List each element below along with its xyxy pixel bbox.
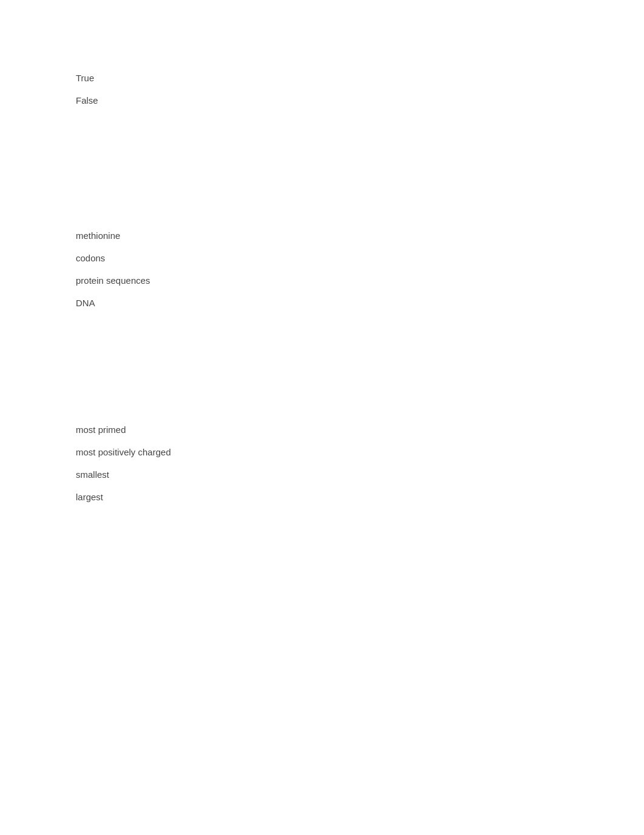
option-most-positively-charged[interactable]: most positively charged <box>76 447 171 457</box>
multiple-choice-section-1: methionine codons protein sequences DNA <box>76 230 150 320</box>
option-false[interactable]: False <box>76 95 98 106</box>
option-methionine[interactable]: methionine <box>76 230 150 241</box>
option-dna[interactable]: DNA <box>76 298 150 308</box>
option-smallest[interactable]: smallest <box>76 469 171 480</box>
option-most-primed[interactable]: most primed <box>76 424 171 435</box>
option-codons[interactable]: codons <box>76 253 150 263</box>
option-largest[interactable]: largest <box>76 492 171 502</box>
option-protein-sequences[interactable]: protein sequences <box>76 275 150 286</box>
option-true[interactable]: True <box>76 73 98 83</box>
multiple-choice-section-2: most primed most positively charged smal… <box>76 424 171 514</box>
true-false-section: True False <box>76 73 98 118</box>
